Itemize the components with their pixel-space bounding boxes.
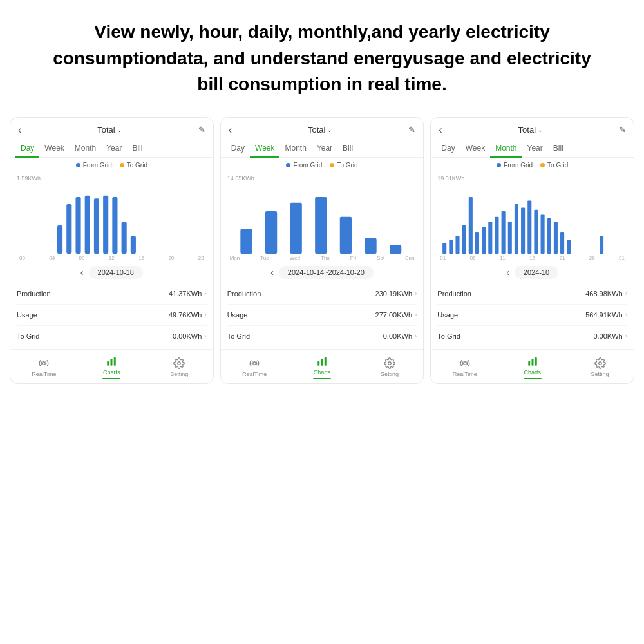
svg-rect-43 [554, 222, 558, 254]
edit-icon[interactable]: ✎ [198, 125, 205, 135]
to-grid-label: To Grid [127, 162, 147, 169]
usage-label-month: Usage [437, 311, 458, 319]
charts-label-month: Charts [524, 369, 541, 375]
total-dropdown[interactable]: Total ⌄ [97, 125, 122, 135]
nav-setting[interactable]: Setting [163, 357, 195, 377]
x-label-1: 04 [49, 255, 55, 261]
realtime-icon [37, 357, 50, 370]
usage-value-wrap-week[interactable]: 277.00KWh › [375, 311, 417, 319]
tab-week-active[interactable]: Week [250, 140, 279, 158]
usage-value-month: 564.91KWh [585, 311, 622, 319]
setting-label-month: Setting [591, 371, 609, 377]
date-pill-month[interactable]: 2024-10 [515, 266, 558, 279]
total-label: Total [97, 125, 115, 135]
togrid-value-wrap-week[interactable]: 0.00KWh › [383, 332, 417, 340]
nav-realtime[interactable]: RealTime [28, 357, 60, 377]
total-dropdown-week[interactable]: Total ⌄ [308, 125, 332, 135]
production-value-wrap-month[interactable]: 468.98KWh › [585, 290, 627, 298]
from-grid-label-month: From Grid [504, 162, 533, 169]
x-label-sat: Sat [377, 255, 384, 261]
svg-rect-6 [112, 197, 117, 254]
tab-year-week[interactable]: Year [312, 140, 337, 158]
stat-togrid-week: To Grid 0.00KWh › [227, 326, 417, 346]
x-label-2: 08 [79, 255, 85, 261]
svg-rect-20 [390, 245, 401, 254]
svg-point-25 [388, 362, 392, 365]
svg-rect-14 [240, 229, 252, 254]
bar-chart-month [437, 183, 627, 254]
nav-realtime-month[interactable]: RealTime [449, 357, 481, 377]
svg-point-21 [253, 362, 256, 365]
togrid-label: To Grid [17, 332, 39, 340]
usage-label: Usage [17, 311, 37, 319]
tab-month[interactable]: Month [70, 140, 101, 158]
svg-rect-27 [450, 240, 453, 254]
tabs-week: Day Week Month Year Bill [221, 140, 424, 158]
edit-icon-month[interactable]: ✎ [619, 125, 626, 135]
nav-setting-week[interactable]: Setting [374, 357, 406, 377]
tab-week-month[interactable]: Week [460, 140, 490, 158]
tab-year-month[interactable]: Year [522, 140, 548, 158]
togrid-value-wrap-month[interactable]: 0.00KWh › [593, 332, 627, 340]
realtime-label-month: RealTime [453, 371, 477, 377]
tab-month-week[interactable]: Month [279, 140, 311, 158]
setting-label: Setting [170, 371, 188, 377]
date-prev-arrow[interactable]: ‹ [80, 267, 84, 278]
nav-charts-week[interactable]: Charts [306, 355, 338, 379]
tab-week[interactable]: Week [39, 140, 69, 158]
svg-rect-33 [489, 222, 493, 254]
svg-rect-39 [528, 200, 532, 254]
x-label-wed: Wed [290, 255, 300, 261]
svg-rect-32 [482, 227, 486, 254]
edit-icon-week[interactable]: ✎ [408, 125, 415, 135]
tab-bill[interactable]: Bill [127, 140, 147, 158]
setting-icon-month [594, 357, 607, 370]
svg-point-13 [178, 362, 181, 365]
date-prev-arrow-month[interactable]: ‹ [506, 267, 509, 278]
svg-rect-42 [547, 218, 551, 254]
active-underline-month [524, 378, 542, 379]
tab-day[interactable]: Day [15, 140, 39, 158]
tab-bill-month[interactable]: Bill [548, 140, 569, 158]
left-nav-arrow-month[interactable]: ‹ [439, 124, 442, 136]
production-value-wrap-week[interactable]: 230.19KWh › [375, 290, 417, 298]
hero-text: View newly, hour, daily, monthly,and yea… [0, 0, 644, 111]
date-pill-week[interactable]: 2024-10-14~2024-10-20 [279, 266, 374, 279]
bar-chart-day [17, 183, 207, 254]
usage-value-wrap[interactable]: 49.76KWh › [169, 311, 207, 319]
nav-charts-month[interactable]: Charts [516, 355, 549, 379]
svg-rect-12 [114, 357, 116, 366]
date-pill[interactable]: 2024-10-18 [89, 266, 143, 279]
stat-production: Production 41.37KWh › [17, 283, 207, 305]
total-dropdown-month[interactable]: Total ⌄ [518, 125, 543, 135]
svg-rect-17 [315, 197, 327, 254]
stats-day: Production 41.37KWh › Usage 49.76KWh › T… [10, 283, 213, 346]
from-grid-label-week: From Grid [293, 162, 322, 169]
usage-value-wrap-month[interactable]: 564.91KWh › [585, 311, 627, 319]
tab-year[interactable]: Year [101, 140, 127, 158]
svg-rect-24 [325, 357, 327, 366]
production-value-wrap[interactable]: 41.37KWh › [169, 290, 207, 298]
bottom-nav-week: RealTime Charts [221, 349, 424, 383]
bar-chart-week [227, 183, 417, 254]
realtime-icon-month [459, 357, 471, 370]
svg-rect-50 [535, 357, 536, 366]
dropdown-chevron-week: ⌄ [327, 127, 332, 133]
togrid-value-wrap[interactable]: 0.00KWh › [173, 332, 207, 340]
left-nav-arrow-week[interactable]: ‹ [229, 124, 232, 136]
nav-realtime-week[interactable]: RealTime [238, 357, 270, 377]
production-value: 41.37KWh [169, 290, 202, 298]
chart-x-labels: 00 04 08 12 16 20 23 [17, 254, 207, 261]
left-nav-arrow[interactable]: ‹ [18, 124, 21, 136]
tab-month-active[interactable]: Month [490, 140, 522, 158]
stat-usage-month: Usage 564.91KWh › [437, 305, 627, 326]
tab-day-week[interactable]: Day [226, 140, 250, 158]
svg-rect-26 [442, 243, 446, 254]
nav-charts[interactable]: Charts [95, 355, 128, 379]
svg-rect-41 [541, 214, 545, 254]
tab-day-month[interactable]: Day [436, 140, 460, 158]
tab-bill-week[interactable]: Bill [337, 140, 358, 158]
date-prev-arrow-week[interactable]: ‹ [270, 267, 274, 278]
nav-setting-month[interactable]: Setting [584, 357, 616, 377]
usage-chevron-month: › [625, 311, 627, 318]
